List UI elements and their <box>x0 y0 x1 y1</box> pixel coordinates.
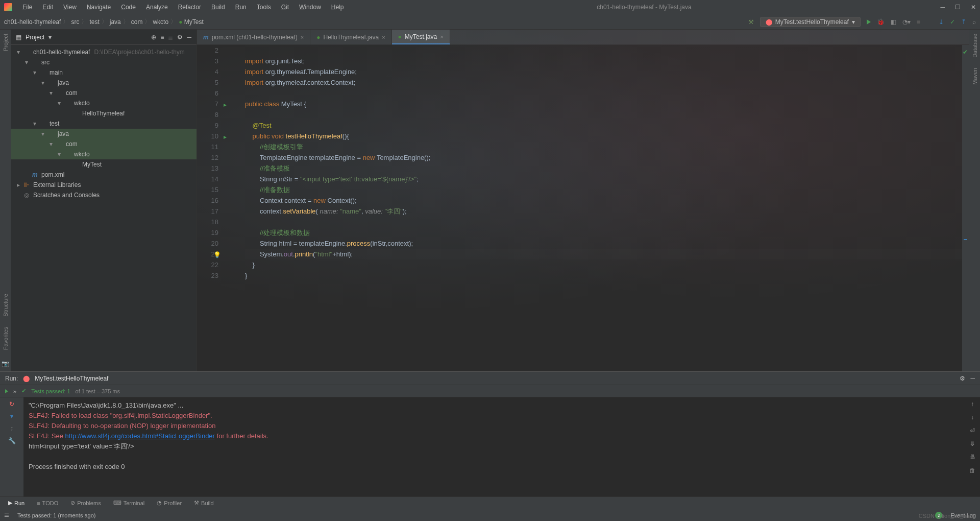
stop-icon[interactable]: ■ <box>917 18 920 26</box>
error-stripe[interactable]: ✔ <box>962 45 969 371</box>
tree-item-ch01-hello-thymeleaf[interactable]: ▾ch01-hello-thymeleafD:\IDEA\projects\ch… <box>11 47 197 57</box>
tree-item-java[interactable]: ▾java <box>11 78 197 88</box>
tool-favorites[interactable]: Favorites <box>3 327 9 350</box>
menu-build[interactable]: Build <box>207 2 229 13</box>
project-icon: ▦ <box>16 34 21 41</box>
tool-tab-profiler[interactable]: ◔Profiler <box>152 499 187 507</box>
debug-icon[interactable]: 🐞 <box>877 18 885 26</box>
minimize-icon[interactable]: ─ <box>940 4 945 11</box>
toggle-icon[interactable]: ▾ <box>10 413 13 420</box>
menu-code[interactable]: Code <box>117 2 140 13</box>
tree-item-scratches-and-consoles[interactable]: ◎Scratches and Consoles <box>11 190 197 200</box>
tool-tab-terminal[interactable]: ⌨Terminal <box>108 499 150 507</box>
locate-icon[interactable]: ⊕ <box>151 34 156 41</box>
run-gutter-icon[interactable]: ▸ <box>224 100 227 110</box>
hide-icon[interactable]: ─ <box>187 34 191 41</box>
tool-project[interactable]: Project <box>3 34 9 51</box>
intention-bulb-icon[interactable]: 💡 <box>213 250 221 260</box>
close-tab-icon[interactable]: × <box>301 34 304 40</box>
menu-help[interactable]: Help <box>327 2 348 13</box>
breadcrumb-item[interactable]: java <box>110 18 121 26</box>
tree-item-test[interactable]: ▾test <box>11 119 197 129</box>
close-tab-icon[interactable]: × <box>440 34 443 40</box>
breadcrumb-item[interactable]: wkcto <box>153 18 168 26</box>
tool-tab-todo[interactable]: ≡TODO <box>32 499 63 507</box>
rerun-icon[interactable] <box>5 389 8 393</box>
menu-window[interactable]: Window <box>295 2 325 13</box>
run-config-selector[interactable]: ⬤ MyTest.testHelloThymeleaf ▾ <box>760 17 861 27</box>
menu-git[interactable]: Git <box>277 2 293 13</box>
menu-refactor[interactable]: Refactor <box>174 2 205 13</box>
close-icon[interactable]: ✕ <box>971 4 976 11</box>
console-output[interactable]: "C:\Program Files\Java\jdk1.8.0_131\bin\… <box>23 397 965 496</box>
tree-item-external-libraries[interactable]: ▸⊪External Libraries <box>11 180 197 190</box>
menu-tools[interactable]: Tools <box>253 2 275 13</box>
menu-navigate[interactable]: Navigate <box>83 2 115 13</box>
sort-icon[interactable]: ↕ <box>10 425 13 432</box>
menu-analyze[interactable]: Analyze <box>142 2 172 13</box>
coverage-icon[interactable]: ◧ <box>891 18 896 26</box>
project-tree[interactable]: ▾ch01-hello-thymeleafD:\IDEA\projects\ch… <box>11 45 197 371</box>
menu-file[interactable]: File <box>18 2 36 13</box>
maximize-icon[interactable]: ☐ <box>955 4 961 11</box>
editor-tab[interactable]: ●HelloThymeleaf.java× <box>310 30 391 44</box>
breadcrumb-item[interactable]: com <box>131 18 143 26</box>
hammer-icon[interactable]: ⚒ <box>748 18 754 26</box>
tree-item-com[interactable]: ▾com <box>11 139 197 149</box>
tool-database[interactable]: Database <box>972 34 978 58</box>
status-icon[interactable]: ☰ <box>4 512 9 518</box>
collapse-icon[interactable]: ≣ <box>168 34 173 41</box>
expand-icon[interactable]: ≡ <box>160 34 164 41</box>
hide-icon[interactable]: ─ <box>970 375 975 382</box>
menu-run[interactable]: Run <box>231 2 251 13</box>
tool-tab-problems[interactable]: ⊘Problems <box>65 499 106 507</box>
close-tab-icon[interactable]: × <box>382 34 385 40</box>
breadcrumb-item[interactable]: test <box>89 18 99 26</box>
menu-view[interactable]: View <box>59 2 81 13</box>
chevron-down-icon[interactable]: ▾ <box>48 34 52 41</box>
clear-icon[interactable]: 🗑 <box>969 467 975 474</box>
down-icon[interactable]: ↓ <box>971 414 974 421</box>
tree-item-wkcto[interactable]: ▾wkcto <box>11 98 197 108</box>
git-push-icon[interactable]: ⤒ <box>961 18 966 26</box>
camera-icon[interactable]: 📷 <box>2 360 9 367</box>
tool-maven[interactable]: Maven <box>972 68 978 85</box>
breadcrumb-item[interactable]: ● MyTest <box>179 18 204 26</box>
editor-tab[interactable]: ●MyTest.java× <box>392 30 450 44</box>
run-icon[interactable] <box>867 19 871 25</box>
rerun-failed-icon[interactable]: ↻ <box>9 400 14 408</box>
tree-item-main[interactable]: ▾main <box>11 67 197 78</box>
editor-tab[interactable]: mpom.xml (ch01-hello-thymeleaf)× <box>197 30 310 44</box>
tree-item-wkcto[interactable]: ▾wkcto <box>11 149 197 159</box>
print-icon[interactable]: 🖶 <box>969 454 975 461</box>
console-line <box>29 452 960 462</box>
run-gutter-icon[interactable]: ▸ <box>224 132 227 143</box>
code-area[interactable]: import org.junit.Test;import org.thymele… <box>235 45 962 371</box>
up-icon[interactable]: ↑ <box>971 400 974 408</box>
tree-item-src[interactable]: ▾src <box>11 57 197 67</box>
search-icon[interactable]: ⌕ <box>972 18 976 26</box>
console-line: SLF4J: Failed to load class "org.slf4j.i… <box>29 411 960 421</box>
tree-item-mytest[interactable]: MyTest <box>11 159 197 170</box>
gear-icon[interactable]: ⚙ <box>960 375 965 382</box>
tree-item-java[interactable]: ▾java <box>11 129 197 139</box>
tool-tab-build[interactable]: ⚒Build <box>189 499 218 507</box>
tree-item-pom-xml[interactable]: mpom.xml <box>11 170 197 180</box>
wrench-icon[interactable]: 🔧 <box>8 437 16 444</box>
profile-icon[interactable]: ◔▾ <box>902 18 911 26</box>
git-commit-icon[interactable]: ✓ <box>950 18 955 26</box>
tree-item-hellothymeleaf[interactable]: HelloThymeleaf <box>11 108 197 119</box>
scroll-icon[interactable]: ⤋ <box>970 440 975 447</box>
expand-icon[interactable]: » <box>13 388 16 394</box>
breadcrumb-item[interactable]: ch01-hello-thymeleaf <box>4 18 61 26</box>
menu-edit[interactable]: Edit <box>38 2 57 13</box>
wrap-icon[interactable]: ⏎ <box>970 427 975 434</box>
tree-item-com[interactable]: ▾com <box>11 88 197 98</box>
gear-icon[interactable]: ⚙ <box>177 34 183 41</box>
tool-tab-run[interactable]: ▶Run <box>3 499 30 507</box>
breadcrumb: ch01-hello-thymeleaf〉src〉test〉java〉com〉w… <box>4 17 748 26</box>
breadcrumb-item[interactable]: src <box>71 18 79 26</box>
tool-structure[interactable]: Structure <box>3 294 9 317</box>
git-pull-icon[interactable]: ⤓ <box>939 18 944 26</box>
window-title: ch01-hello-thymeleaf - MyTest.java <box>348 4 940 11</box>
